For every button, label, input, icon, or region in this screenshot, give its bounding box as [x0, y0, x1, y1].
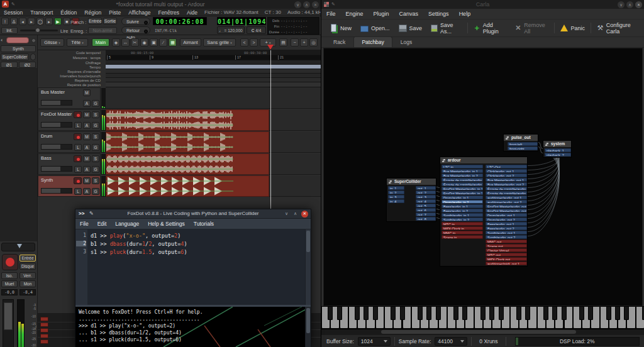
port-midi-clock-in[interactable]: MIDI Clock in — [441, 226, 483, 230]
maximize-icon[interactable]: ∧ — [303, 1, 310, 8]
playhead-marker-icon[interactable] — [267, 45, 274, 50]
maximize-icon[interactable]: ∧ — [294, 211, 297, 216]
port-mtc-out[interactable]: MTC out — [486, 253, 527, 256]
scrollbar-handle[interactable] — [381, 330, 576, 334]
track-g-button[interactable]: G — [92, 188, 99, 195]
black-key[interactable] — [606, 306, 611, 320]
patchbay-canvas[interactable]: SuperColliderin_1in_2in_3in_4out_1out_2o… — [323, 48, 643, 306]
port-click-audio-out-2[interactable]: Click/audio_out 2 — [486, 174, 527, 177]
port-synth-audio-in-1[interactable]: Synth/audio_in 1 — [441, 213, 483, 217]
port-front-left[interactable]: front-left — [508, 142, 538, 146]
record-enable-button[interactable] — [74, 177, 82, 184]
collapse-arrow-icon[interactable]: ‹ — [35, 324, 36, 329]
close-icon[interactable]: ✕ — [301, 211, 308, 218]
range-value[interactable]: --:--:--:-- — [280, 18, 308, 23]
black-key[interactable] — [552, 306, 557, 320]
port-bus-master-audio-in-2[interactable]: Bus Master/audio_in 2 — [441, 174, 483, 177]
disk-button[interactable]: Disque — [19, 263, 36, 270]
eye-icon[interactable] — [31, 38, 36, 43]
carla-menu-file[interactable]: File — [321, 11, 341, 17]
solo-button[interactable]: S — [92, 177, 99, 184]
foxdot-console[interactable]: Welcome to FoxDot! Press Ctrl+H for help… — [75, 307, 311, 347]
foxdot-menu-edit[interactable]: Edit — [93, 221, 111, 227]
black-key[interactable] — [436, 306, 441, 320]
port-in-1[interactable]: in_1 — [388, 186, 404, 190]
gain-display[interactable]: -0,0 — [1, 289, 18, 295]
aimant-button[interactable]: Aimant — [180, 38, 201, 47]
carla-menu-settings[interactable]: Settings — [423, 11, 454, 17]
port-ltc-in[interactable]: LTC in — [441, 165, 483, 168]
track-lane-bass[interactable] — [106, 153, 321, 175]
port-mmc-out[interactable]: MMC out — [486, 240, 527, 243]
carla-menu-canvas[interactable]: Canvas — [394, 11, 424, 17]
track-g-button[interactable]: G — [92, 100, 99, 107]
nav-prev-button[interactable]: < — [240, 38, 248, 47]
tab-logs[interactable]: Logs — [392, 36, 420, 47]
track-l-button[interactable]: L — [74, 188, 82, 195]
main-tool-button[interactable]: Main — [92, 38, 109, 47]
close-icon[interactable]: × — [312, 1, 319, 8]
track-a-button[interactable]: A — [83, 144, 91, 151]
black-key[interactable] — [364, 306, 369, 320]
track-gain-slider[interactable] — [41, 122, 72, 128]
stretch-tool-icon[interactable]: ▣ — [150, 38, 158, 47]
xruns-button[interactable]: 0 Xruns — [475, 338, 501, 344]
go-start-button[interactable]: ◂ — [19, 18, 26, 25]
track-g-button[interactable]: G — [92, 122, 99, 129]
port-foxdot-master-audio-out-1[interactable]: FoxDot Master/audio_out 1 — [486, 204, 527, 208]
port-midi-clock-out[interactable]: MIDI Clock out — [486, 257, 527, 261]
port-drum-audio-out-1[interactable]: Drum/audio_out 1 — [486, 213, 527, 217]
port-bass-audio-out-1[interactable]: Bass/audio_out 1 — [486, 222, 527, 226]
glisse-dropdown[interactable]: Glisse▾ — [40, 38, 64, 47]
audition-tool-icon[interactable]: ◉ — [140, 38, 148, 47]
zoom-fit-button[interactable]: ◎ — [309, 38, 318, 47]
go-end-button[interactable]: ▸ — [28, 18, 35, 25]
menu-transport[interactable]: Transport — [26, 9, 57, 16]
scrollbar-handle[interactable] — [306, 231, 310, 252]
patchbay-node-pulse-out[interactable]: pulse_outfront-leftfront-right — [503, 134, 538, 151]
ruler-lane-tempo[interactable] — [106, 65, 321, 69]
play-range-button[interactable]: ▸ — [45, 18, 53, 25]
fader-handle[interactable] — [4, 302, 13, 330]
record-enable-button[interactable] — [74, 133, 82, 140]
menu-session[interactable]: Session — [0, 9, 26, 16]
port-playback-1[interactable]: playback_1 — [545, 148, 571, 152]
track-gain-slider[interactable] — [41, 188, 72, 194]
port-bass-audio-in-1[interactable]: Bass/audio_in 1 — [441, 204, 483, 208]
menu-r-gion[interactable]: Région — [80, 9, 105, 16]
maximize-icon[interactable]: ∧ — [626, 1, 633, 8]
port-auditioner-audio-out-1[interactable]: auditioner/audio_out 1 — [486, 196, 527, 199]
port-bus-master-audio-out-1[interactable]: Bus Master/audio_out 1 — [486, 178, 527, 182]
track-header-drum[interactable]: DrumMSLAG — [38, 131, 101, 153]
save-view-icon[interactable]: ▤ — [279, 38, 287, 47]
play-button[interactable]: ▶ — [54, 18, 62, 25]
mute-button[interactable]: M — [83, 111, 91, 118]
port-bus-master-audio-in-1[interactable]: Bus Master/audio_in 1 — [441, 169, 483, 173]
track-l-button[interactable]: L — [74, 166, 82, 173]
audio-region[interactable] — [106, 131, 269, 153]
zoom-in-button[interactable]: + — [300, 38, 308, 47]
black-key[interactable] — [426, 306, 431, 320]
shuttle-mode-button[interactable]: Int. — [1, 27, 18, 34]
track-a-button[interactable]: A — [83, 100, 91, 107]
port-out-2[interactable]: out_2 — [416, 190, 436, 194]
black-key[interactable] — [489, 306, 494, 320]
port-out-8[interactable]: out_8 — [416, 217, 436, 221]
port-foxdot-master-audio-in-2[interactable]: FoxDot Master/audio_in 2 — [441, 191, 483, 195]
black-key[interactable] — [373, 306, 378, 320]
mute-button[interactable]: M — [83, 133, 91, 140]
black-key[interactable] — [499, 306, 504, 320]
ruler-lane-rep-res-d-intervalle[interactable] — [106, 69, 321, 74]
port-in-4[interactable]: in_4 — [388, 199, 404, 203]
minimize-icon[interactable]: ∨ — [285, 211, 288, 216]
black-key[interactable] — [615, 306, 620, 320]
port-auditioner-audio-out-2[interactable]: auditioner/audio_out 2 — [486, 200, 527, 204]
ruler-lane-code-temporel[interactable]: 00:00:15:0000:00:30:00 — [106, 50, 321, 55]
foxdot-menu-help-settings[interactable]: Help & Settings — [143, 221, 189, 227]
port-scene-out[interactable]: Scene out — [486, 244, 527, 248]
foxdot-editor[interactable]: 123 d1 >> play("x-o-", output=2)b1 >> db… — [75, 229, 311, 305]
sync-source-label[interactable]: INT/M-Clk — [155, 28, 177, 33]
port-synth-audio-out-2[interactable]: Synth/audio_out 2 — [486, 235, 527, 239]
track-gain-slider[interactable] — [41, 144, 72, 150]
port-clavier-virtuel[interactable]: Clavier Virtuel — [486, 248, 527, 252]
